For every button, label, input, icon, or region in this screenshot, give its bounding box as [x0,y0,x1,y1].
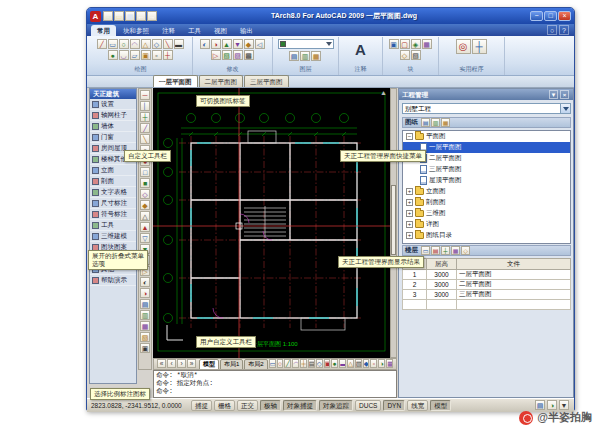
project-select-combobox[interactable]: 别墅工程 [402,103,571,114]
panel-caption-utilities[interactable]: 实用程序 [439,65,504,74]
tarch-tool-icon[interactable]: ▥ [140,310,150,320]
layout1-tab[interactable]: 布局1 [220,359,243,370]
polygon-tool-icon[interactable]: △ [141,39,151,49]
scrollbar-thumb[interactable] [391,185,396,255]
command-tool-icon[interactable]: ╱ [284,359,291,368]
tree-expand-icon[interactable] [406,199,413,206]
app-icon[interactable]: A [90,11,101,22]
circle-tool-icon[interactable]: ○ [119,39,129,49]
floor-number-cell[interactable]: 3 [403,290,427,300]
panel-caption-modify[interactable]: 修改 [193,65,272,74]
command-tool-icon[interactable]: ◆ [363,359,370,368]
construction-line-icon[interactable]: ┼ [163,50,173,60]
new-file-icon[interactable]: ▱ [103,11,113,21]
palette-item-dimensions[interactable]: 尺寸标注 [90,198,136,209]
ribbon-tab-tools[interactable]: 工具 [182,25,207,36]
line-tool-icon[interactable]: ╱ [97,39,107,49]
polyline-tool-icon[interactable]: ◇ [152,39,162,49]
command-tool-icon[interactable]: ● [331,359,338,368]
ribbon-tab-home[interactable]: 常用 [91,25,116,36]
floor-height-cell[interactable] [427,300,457,310]
delete-floor-icon[interactable]: ┼ [441,246,450,255]
tree-expand-icon[interactable] [406,210,413,217]
tarch-tool-icon[interactable]: ▲ [140,222,150,232]
layer-states-icon[interactable]: ▥ [300,51,310,61]
layer-properties-icon[interactable]: ▤ [289,51,299,61]
text-tool-icon[interactable]: A [355,39,366,61]
close-panel-icon[interactable]: × [560,90,569,99]
panel-caption-layers[interactable]: 图层 [273,65,338,74]
prev-tab-icon[interactable]: ‹ [167,359,176,368]
palette-item-help-demo[interactable]: 帮助演示 [90,275,136,286]
pan-icon[interactable]: ┼ [472,39,487,54]
restore-button[interactable]: □ [544,11,557,21]
command-tool-icon[interactable]: △ [347,359,354,368]
command-tool-icon[interactable]: ▭ [269,359,276,368]
doc-tab-floor3[interactable]: 三层平面图 [244,75,289,87]
align-floor-icon[interactable]: ◇ [461,246,470,255]
tree-expand-icon[interactable] [406,232,413,239]
tarch-tool-icon[interactable]: ▤ [140,299,150,309]
open-sheet-icon[interactable]: ▥ [431,118,440,127]
drawing-canvas[interactable]: 一层平面图 1:100 ▲ [153,88,390,358]
attach-image-icon[interactable]: ◇ [400,50,410,60]
rectangle-tool-icon[interactable]: ▭ [108,39,118,49]
tree-item-section-folder[interactable]: 剖面图 [403,197,570,208]
copy-icon[interactable]: ◑ [211,39,221,49]
scale-icon[interactable]: ▧ [222,50,232,60]
mirror-icon[interactable]: ▲ [222,39,232,49]
tarch-tool-icon[interactable]: ▣ [140,343,150,353]
tarch-tool-icon[interactable]: ▧ [140,332,150,342]
table-row[interactable]: 1 3000 一层平面图 [403,270,571,280]
command-tool-icon[interactable]: ▤ [308,359,315,368]
tree-item-floor2[interactable]: 二层平面图 [403,153,570,164]
collapse-panel-icon[interactable]: ▼ [549,90,558,99]
command-tool-icon[interactable]: ▣ [324,359,331,368]
create-block-icon[interactable]: ▢ [400,39,410,49]
move-icon[interactable]: ◁ [255,39,265,49]
palette-item-symbols[interactable]: 符号标注 [90,209,136,220]
tree-item-elevation-folder[interactable]: 立面图 [403,186,570,197]
measure-icon[interactable]: ◎ [456,39,471,54]
status-toggle-model[interactable]: 模型 [430,400,451,411]
tree-item-detail-folder[interactable]: 详图 [403,219,570,230]
table-tool-icon[interactable]: ▣ [141,50,151,60]
tarch-tool-icon[interactable]: ■ [140,178,150,188]
table-row[interactable]: 3 3000 三层平面图 [403,290,571,300]
tree-expand-icon[interactable] [406,221,413,228]
ribbon-tab-annotate[interactable]: 注释 [156,25,181,36]
palette-item-text-tables[interactable]: 文字表格 [90,187,136,198]
model-tab[interactable]: 模型 [199,359,219,370]
tarch-tool-icon[interactable]: ▦ [140,321,150,331]
command-tool-icon[interactable]: ▦ [386,359,393,368]
layout2-tab[interactable]: 布局2 [244,359,267,370]
status-toggle-ortho[interactable]: 正交 [237,400,258,411]
insert-block-icon[interactable]: ▣ [389,39,399,49]
palette-item-3d-modeling[interactable]: 三维建模 [90,231,136,242]
tree-item-roof-plan[interactable]: 屋顶平面图 [403,175,570,186]
sheet-settings-icon[interactable]: ▦ [441,118,450,127]
close-button[interactable]: × [558,11,571,21]
floors-section-bar[interactable]: 楼层 ▭▤┼▦◇ [402,245,571,256]
search-icon[interactable]: ○ [547,25,557,35]
palette-item-tools[interactable]: 工具 [90,220,136,231]
tree-expand-icon[interactable] [406,188,413,195]
erase-icon[interactable]: ◐ [200,39,210,49]
command-tool-icon[interactable]: ┼ [300,359,307,368]
view-nav-icon[interactable]: ▲ [380,89,387,96]
minimize-button[interactable]: − [530,11,543,21]
palette-title[interactable]: 天正建筑 [90,89,136,99]
palette-item-settings[interactable]: 设置 [90,99,136,110]
attach-xref-icon[interactable]: ▦ [422,39,432,49]
clean-screen-icon[interactable]: ◑ [547,400,557,410]
status-toggle-lineweight[interactable]: 线宽 [407,400,428,411]
ribbon-tab-blocks[interactable]: 块和参照 [117,25,155,36]
tarch-tool-icon[interactable]: △ [140,211,150,221]
status-toggle-otrack[interactable]: 对象追踪 [319,400,353,411]
tree-item-plan-folder[interactable]: 平面图 [403,131,570,142]
chevron-down-icon[interactable] [560,104,570,113]
block-editor-icon[interactable]: ◈ [411,39,421,49]
command-tool-icon[interactable]: ▬ [339,359,346,368]
command-tool-icon[interactable]: ▫ [370,359,377,368]
layer-isolate-icon[interactable]: ▦ [311,51,321,61]
